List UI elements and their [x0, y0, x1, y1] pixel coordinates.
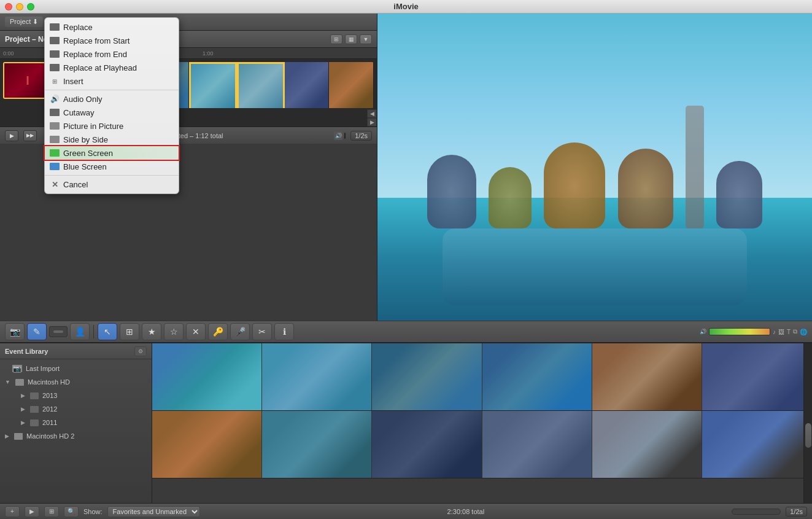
- camera-tool[interactable]: 📷: [5, 323, 25, 340]
- scroll-track[interactable]: [803, 343, 812, 503]
- add-btn[interactable]: +: [5, 506, 20, 517]
- menu-replace[interactable]: Replace: [45, 20, 179, 34]
- event-library: Event Library ⚙ 📷 Last Import ▼ Macintos…: [0, 343, 152, 503]
- scroll-right[interactable]: ▶: [367, 118, 377, 127]
- frame-4: [189, 62, 237, 108]
- minimize-button[interactable]: [16, 3, 23, 10]
- play-btn-bottom[interactable]: ▶: [25, 506, 39, 517]
- film-rows: [152, 343, 812, 503]
- text-icon: T: [787, 329, 791, 335]
- scrubber[interactable]: [344, 133, 346, 139]
- char-5: [716, 161, 762, 228]
- menu-audio-only[interactable]: 🔊 Audio Only: [45, 92, 179, 106]
- cutaway-icon: [50, 109, 60, 116]
- frame-7: [329, 62, 374, 108]
- film-thumb-9[interactable]: [372, 411, 482, 478]
- film-thumb-7[interactable]: [152, 411, 262, 478]
- scroll-arrows: ◀ ▶: [367, 109, 377, 127]
- blue-screen-icon: [50, 163, 60, 170]
- event-2013[interactable]: ▶ 2013: [0, 389, 152, 402]
- folder-icon-2012: ▶: [21, 406, 25, 412]
- folder-2013-icon: [30, 392, 39, 399]
- film-thumb-4[interactable]: [482, 343, 592, 410]
- menu-replace-end[interactable]: Replace from End: [45, 47, 179, 61]
- menu-replace-start[interactable]: Replace from Start: [45, 34, 179, 47]
- total-time: 2:30:08 total: [205, 508, 727, 515]
- film-thumb-5[interactable]: [592, 343, 702, 410]
- maximize-button[interactable]: [27, 3, 34, 10]
- film-thumb-6[interactable]: [702, 343, 812, 410]
- favorite-tool[interactable]: ★: [142, 323, 161, 340]
- play-button[interactable]: ▶: [5, 130, 18, 141]
- zoom-slider[interactable]: [732, 509, 781, 515]
- year-2013-label: 2013: [42, 392, 57, 399]
- transition-icon: ⧉: [793, 328, 797, 335]
- film-thumb-10[interactable]: [482, 411, 592, 478]
- last-import-label: Last Import: [26, 365, 60, 372]
- hd2-icon: [14, 433, 23, 440]
- char-4: [618, 149, 673, 228]
- menu-side-by-side[interactable]: Side by Side: [45, 133, 179, 146]
- frame-6: [285, 62, 330, 108]
- event-2011[interactable]: ▶ 2011: [0, 416, 152, 429]
- folder-icon-2013: ▶: [21, 392, 25, 399]
- event-library-header: Event Library ⚙: [0, 343, 152, 359]
- music-icon: ♪: [773, 329, 776, 335]
- sep-1: [93, 325, 94, 338]
- view-toggle-2[interactable]: ▦: [345, 34, 357, 44]
- clip-length-slider[interactable]: [49, 326, 68, 337]
- zoom-btn[interactable]: 🔍: [64, 506, 79, 517]
- menu-blue-screen[interactable]: Blue Screen: [45, 160, 179, 173]
- info-tool[interactable]: ℹ: [274, 323, 294, 340]
- film-thumb-2[interactable]: [262, 343, 372, 410]
- film-thumb-1[interactable]: [152, 343, 262, 410]
- green-screen-icon: [50, 149, 60, 157]
- view-toggle-1[interactable]: ⊞: [330, 34, 342, 44]
- crop-tool[interactable]: ⊞: [120, 323, 139, 340]
- speed-control: 🔊: [334, 131, 346, 140]
- menu-replace-playhead[interactable]: Replace at Playhead: [45, 61, 179, 74]
- unfavorite-tool[interactable]: ☆: [164, 323, 184, 340]
- close-button[interactable]: [5, 3, 12, 10]
- menu-picture-in-picture[interactable]: Picture in Picture: [45, 119, 179, 133]
- menu-cancel[interactable]: ✕ Cancel: [45, 178, 179, 191]
- film-thumb-11[interactable]: [592, 411, 702, 478]
- pip-icon: [50, 122, 60, 130]
- audio-icon: 🔊: [334, 131, 342, 140]
- film-thumb-12[interactable]: [702, 411, 812, 478]
- year-2011-label: 2011: [42, 419, 57, 426]
- event-macintosh-hd2[interactable]: ▶ Macintosh HD 2: [0, 429, 152, 443]
- scroll-left[interactable]: ◀: [367, 109, 377, 118]
- person-icon[interactable]: 👤: [70, 323, 90, 340]
- event-list: 📷 Last Import ▼ Macintosh HD ▶ 2013: [0, 359, 152, 503]
- volume-bar[interactable]: [709, 328, 770, 335]
- play-fullscreen-button[interactable]: ▶▶: [23, 130, 37, 141]
- project-tab[interactable]: Project ⬇: [5, 17, 43, 27]
- trim-tool[interactable]: ✂: [252, 323, 272, 340]
- replace-start-icon: [50, 37, 60, 44]
- fullscreen-btn[interactable]: ⊞: [44, 506, 59, 517]
- edit-tool[interactable]: ✎: [27, 323, 47, 340]
- menu-green-screen[interactable]: Green Screen: [45, 146, 179, 160]
- menu-cutaway[interactable]: Cutaway: [45, 106, 179, 119]
- photo-icon: 🖼: [778, 329, 784, 335]
- reject-tool[interactable]: ✕: [186, 323, 206, 340]
- menu-insert[interactable]: ⊞ Insert: [45, 74, 179, 88]
- event-last-import[interactable]: 📷 Last Import: [0, 362, 152, 375]
- select-tool[interactable]: ↖: [98, 323, 117, 340]
- scroll-thumb[interactable]: [805, 423, 811, 448]
- show-select[interactable]: Favorites and Unmarked: [107, 506, 200, 517]
- folder-2012-icon: [30, 406, 39, 413]
- settings-icon[interactable]: ▼: [360, 34, 372, 44]
- event-macintosh-hd[interactable]: ▼ Macintosh HD: [0, 375, 152, 389]
- context-menu: Replace Replace from Start Replace from …: [44, 17, 179, 194]
- film-thumb-3[interactable]: [372, 343, 482, 410]
- keyword-tool[interactable]: 🔑: [208, 323, 228, 340]
- audio-tool[interactable]: 🎤: [230, 323, 250, 340]
- project-toolbar-icons: ⊞ ▦ ▼: [330, 34, 372, 44]
- replace-playhead-icon: [50, 64, 60, 71]
- film-thumb-8[interactable]: [262, 411, 372, 478]
- event-2012[interactable]: ▶ 2012: [0, 402, 152, 416]
- reflection: [443, 228, 747, 305]
- library-settings[interactable]: ⚙: [134, 346, 147, 356]
